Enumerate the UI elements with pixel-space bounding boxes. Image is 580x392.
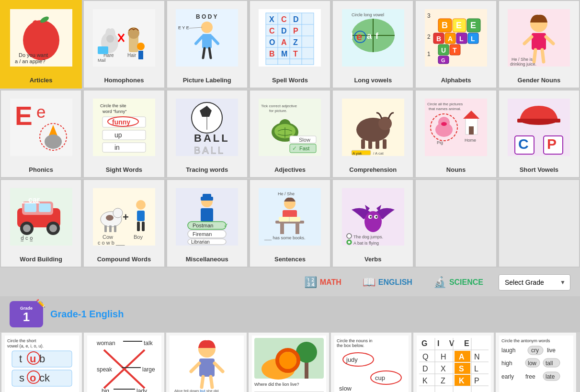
svg-text:Q: Q [422, 353, 428, 361]
comprehension-label: Comprehension [349, 166, 397, 173]
alphabets-label: Alphabets [441, 77, 471, 84]
short-vowels-thumb: C P [508, 93, 570, 161]
category-adjectives[interactable]: Fast ✓ Slow Tick correct adjective for p… [249, 90, 331, 178]
phonics-label: Phonics [29, 166, 53, 173]
svg-text:cup: cup [375, 374, 385, 381]
category-alphabets[interactable]: 3 B E E 2 B A L L 1 [415, 0, 497, 89]
svg-text:Z: Z [293, 38, 298, 46]
svg-text:judy: judy [346, 356, 358, 363]
category-articles[interactable]: Do you want a / an apple? Articles [0, 0, 82, 89]
svg-text:E: E [456, 21, 462, 30]
svg-text:L: L [459, 35, 464, 43]
category-sight-words[interactable]: Circle the site word "funny" funny up in… [83, 90, 165, 178]
science-icon: 🔬 [433, 276, 446, 289]
articles-label: Articles [30, 77, 53, 84]
svg-text:✓: ✓ [224, 222, 228, 229]
svg-point-260 [279, 352, 296, 369]
svg-text:Circle long vowel: Circle long vowel [352, 12, 384, 17]
svg-text:Postman: Postman [193, 223, 213, 228]
svg-text:that names animal.: that names animal. [429, 107, 461, 111]
svg-rect-189 [203, 194, 211, 198]
category-tracing-words[interactable]: BALL BALL Tracing words [166, 90, 248, 178]
svg-point-12 [128, 27, 139, 39]
svg-text:X: X [269, 15, 274, 23]
category-miscellaneous[interactable]: Postman ✓ Fireman Librarian Miscellaneou… [166, 179, 248, 268]
svg-point-174 [106, 215, 114, 221]
svg-text:Home: Home [465, 138, 476, 143]
svg-text:in: in [114, 144, 120, 151]
svg-text:A bat is flying: A bat is flying [353, 241, 379, 246]
category-gender-nouns[interactable]: He / She is drinking juice. Gender Nouns [498, 0, 580, 89]
category-nouns[interactable]: Circle all the pictures that names anima… [415, 90, 497, 178]
svg-rect-175 [104, 225, 107, 232]
english-nav-button[interactable]: 📖 ENGLISH [357, 273, 418, 291]
category-phonics[interactable]: E e Phonics [0, 90, 82, 178]
svg-line-251 [202, 377, 203, 387]
ws-sentences[interactable]: Where did the lion live? [248, 332, 330, 392]
category-comprehension[interactable]: A yak / A cat Comprehension [332, 90, 414, 178]
ws-crossword[interactable]: woman talk speak large big lady [83, 332, 165, 392]
svg-text:l: l [351, 31, 353, 41]
ws-nouns[interactable]: Circle the nouns in the box below. judy … [330, 332, 412, 392]
grade-select-wrapper[interactable]: Select Grade Grade 1 Grade 2 Grade 3 Gra… [499, 274, 570, 291]
svg-text:A: A [448, 35, 453, 43]
svg-rect-248 [199, 358, 215, 377]
svg-text:Circle the nouns in: Circle the nouns in [337, 338, 373, 343]
science-nav-button[interactable]: 🔬 SCIENCE [428, 273, 489, 291]
svg-line-91 [534, 50, 535, 62]
sight-words-label: Sight Words [106, 166, 142, 173]
svg-text:up: up [114, 131, 122, 139]
svg-text:woman: woman [96, 340, 115, 347]
homophones-thumb: Hare Hair Mail [93, 4, 155, 72]
ws-alphabets[interactable]: G I V E Q H A N D X S L K Z [413, 332, 494, 392]
svg-line-27 [203, 48, 205, 58]
svg-text:lady: lady [136, 388, 147, 392]
tracing-words-thumb: BALL BALL [176, 93, 238, 161]
svg-point-146 [441, 122, 447, 126]
svg-point-179 [136, 200, 146, 210]
svg-text:funny: funny [112, 118, 130, 126]
category-picture-labeling[interactable]: B O D Y E Y E Picture Labeling [166, 0, 248, 89]
category-verbs[interactable]: The dog jumps. A bat is flying Verbs [332, 179, 414, 268]
svg-text:U: U [441, 46, 446, 54]
picture-labeling-thumb: B O D Y E Y E [176, 4, 238, 72]
svg-text:D: D [422, 365, 428, 373]
category-spell-words[interactable]: X C D C D P O A Z B M T Spell Words [249, 0, 331, 89]
category-empty-1 [415, 179, 497, 268]
svg-text:Librarian: Librarian [191, 239, 210, 245]
grade-select[interactable]: Select Grade Grade 1 Grade 2 Grade 3 Gra… [499, 274, 570, 291]
math-nav-button[interactable]: 🔢 MATH [298, 273, 347, 291]
bottom-bar: 🔢 MATH 📖 ENGLISH 🔬 SCIENCE Select Grade … [0, 269, 580, 296]
svg-text:vowel (a, e, i, o, u).: vowel (a, e, i, o, u). [7, 344, 44, 348]
nouns-label: Nouns [446, 166, 466, 173]
svg-rect-136 [383, 139, 387, 149]
pencil-icon: ✏️ [36, 299, 45, 308]
category-sentences[interactable]: He / She ___ has some books. Sentences [249, 179, 331, 268]
svg-line-92 [542, 50, 544, 62]
ws-short-vowels[interactable]: Circle the short vowel (a, e, i, o, u). … [1, 332, 82, 392]
svg-rect-150 [469, 126, 474, 134]
category-compound-words[interactable]: + Cow Boy c o w b ___ Compound Words [83, 179, 165, 268]
svg-rect-24 [202, 34, 212, 48]
svg-text:B O D Y: B O D Y [196, 13, 217, 20]
category-short-vowels[interactable]: C P Short Vowels [498, 90, 580, 178]
english-label: ENGLISH [378, 278, 412, 287]
ws-picture[interactable]: Alice fell down but she did not get hurt… [166, 332, 247, 392]
svg-text:A: A [459, 353, 465, 361]
ws-antonyms[interactable]: Circle the antonym words laugh cry live … [495, 332, 577, 392]
category-long-vowels[interactable]: l e a f Circle long vowel Long vowels [332, 0, 414, 89]
svg-point-215 [375, 216, 377, 218]
category-word-building[interactable]: car d̲ c o̲ Word Building [0, 179, 82, 268]
svg-text:P: P [293, 27, 298, 35]
svg-point-219 [348, 241, 350, 244]
articles-thumb: Do you want a / an apple? [10, 4, 72, 72]
svg-text:Alice fell down but she did: Alice fell down but she did [174, 389, 219, 392]
svg-text:1: 1 [427, 51, 431, 57]
svg-rect-163 [39, 203, 51, 212]
svg-text:word "funny": word "funny" [102, 109, 126, 114]
svg-text:free: free [525, 373, 535, 380]
svg-text:A yak: A yak [353, 151, 363, 156]
svg-rect-177 [114, 225, 116, 232]
category-homophones[interactable]: Hare Hair Mail Homophones [83, 0, 165, 89]
svg-point-100 [45, 134, 62, 149]
